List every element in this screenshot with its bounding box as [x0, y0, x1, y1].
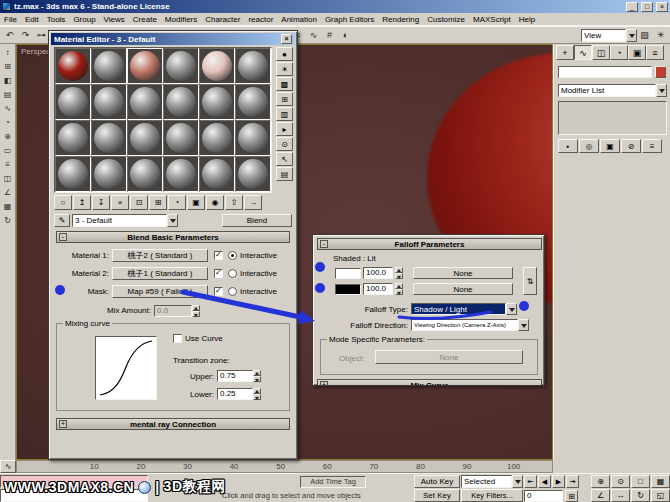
- material-sample-slot[interactable]: [127, 48, 163, 84]
- mental-ray-connection-rollout[interactable]: + mental ray Connection: [56, 418, 290, 430]
- dock-tool-icon[interactable]: ↕: [1, 46, 14, 58]
- select-by-material-icon[interactable]: ↖: [276, 152, 293, 166]
- shaded-map-button[interactable]: None: [413, 267, 513, 279]
- dock-tool-icon[interactable]: ▦: [1, 200, 14, 212]
- lit-amount-field[interactable]: 100.0: [363, 283, 393, 295]
- min-max-toggle-icon[interactable]: ◱: [651, 489, 670, 502]
- upper-field[interactable]: 0.75: [217, 370, 253, 382]
- current-frame-field[interactable]: 0: [524, 490, 563, 502]
- tab-motion[interactable]: ◔: [610, 45, 628, 60]
- schematic-view-icon[interactable]: #: [322, 28, 337, 43]
- sample-type-icon[interactable]: ●: [276, 47, 293, 61]
- effects-channel-icon[interactable]: ◔: [168, 195, 186, 210]
- go-forward-sibling-icon[interactable]: →: [244, 195, 262, 210]
- key-filters-button[interactable]: Key Filters...: [461, 489, 523, 502]
- material-sample-slot[interactable]: [127, 120, 163, 156]
- zoom-icon[interactable]: ⊕: [591, 475, 610, 488]
- minimize-button[interactable]: _: [626, 2, 638, 12]
- assign-to-selection-icon[interactable]: ↧: [92, 195, 110, 210]
- tab-hierarchy[interactable]: ◫: [592, 45, 610, 60]
- remove-modifier-icon[interactable]: ⊘: [621, 139, 641, 153]
- tab-display[interactable]: ▣: [628, 45, 646, 60]
- object-color-swatch[interactable]: [655, 66, 666, 78]
- material1-button[interactable]: 桃子2 ( Standard ): [112, 249, 208, 262]
- material-options-icon[interactable]: ⊙: [276, 137, 293, 151]
- menu-item[interactable]: Character: [201, 15, 244, 24]
- material-sample-slot[interactable]: [199, 156, 235, 192]
- material-map-navigator-icon[interactable]: ▤: [276, 167, 293, 181]
- shaded-color-swatch[interactable]: [335, 268, 361, 279]
- menu-item[interactable]: MAXScript: [469, 15, 515, 24]
- pan-icon[interactable]: ↔: [611, 489, 630, 502]
- dock-tool-icon[interactable]: ▤: [1, 88, 14, 100]
- menu-item[interactable]: Rendering: [378, 15, 423, 24]
- menu-item[interactable]: Animation: [277, 15, 321, 24]
- material-type-button[interactable]: Blend: [222, 214, 292, 227]
- close-icon[interactable]: ×: [281, 34, 292, 44]
- material-sample-slot[interactable]: [127, 84, 163, 120]
- field-of-view-icon[interactable]: ∠: [591, 489, 610, 502]
- object-name-field[interactable]: [558, 66, 652, 78]
- menu-item[interactable]: Graph Editors: [321, 15, 378, 24]
- lower-spinner[interactable]: [253, 388, 261, 400]
- reference-coordinate-dropdown[interactable]: View: [581, 29, 637, 42]
- put-to-scene-icon[interactable]: ↥: [73, 195, 91, 210]
- mask-enable-checkbox[interactable]: [214, 287, 223, 296]
- put-to-library-icon[interactable]: ⊞: [149, 195, 167, 210]
- redo-icon[interactable]: ↷: [18, 28, 33, 43]
- material-sample-slot[interactable]: [235, 84, 271, 120]
- zoom-all-icon[interactable]: ⊙: [611, 475, 630, 488]
- menu-item[interactable]: Create: [129, 15, 161, 24]
- play-animation-icon[interactable]: ▶: [552, 475, 565, 488]
- dock-tool-icon[interactable]: ↻: [1, 214, 14, 226]
- mix-amount-spinner[interactable]: [192, 305, 200, 317]
- backlight-icon[interactable]: ☀: [276, 62, 293, 76]
- material-sample-slot[interactable]: [91, 48, 127, 84]
- background-icon[interactable]: ▩: [276, 77, 293, 91]
- material-sample-slot[interactable]: [91, 156, 127, 192]
- window-titlebar[interactable]: tz.max - 3ds max 6 - Stand-alone License…: [0, 0, 670, 13]
- show-map-in-viewport-icon[interactable]: ▣: [187, 195, 205, 210]
- add-time-tag-button[interactable]: Add Time Tag: [300, 476, 366, 488]
- tab-create[interactable]: +: [556, 45, 574, 60]
- get-material-icon[interactable]: ○: [54, 195, 72, 210]
- dock-tool-icon[interactable]: ◔: [1, 116, 14, 128]
- dock-tool-icon[interactable]: ▭: [1, 144, 14, 156]
- go-to-parent-icon[interactable]: ⇧: [225, 195, 243, 210]
- show-end-result-icon[interactable]: ◉: [206, 195, 224, 210]
- material-sample-slot[interactable]: [55, 120, 91, 156]
- maximize-button[interactable]: □: [641, 2, 653, 12]
- auto-key-button[interactable]: Auto Key: [414, 475, 460, 488]
- material-sample-slot[interactable]: [163, 120, 199, 156]
- menu-item[interactable]: Views: [100, 15, 129, 24]
- falloff-direction-dropdown[interactable]: Viewing Direction (Camera Z-Axis): [411, 319, 529, 331]
- set-key-button[interactable]: Set Key: [414, 489, 460, 502]
- material-editor-titlebar[interactable]: Material Editor - 3 - Default ×: [51, 33, 295, 45]
- material-sample-slot[interactable]: [55, 84, 91, 120]
- pick-material-icon[interactable]: ✎: [54, 214, 70, 227]
- falloff-parameters-rollout[interactable]: - Falloff Parameters: [317, 238, 542, 250]
- material-sample-slot[interactable]: [91, 84, 127, 120]
- menu-item[interactable]: Customize: [423, 15, 469, 24]
- tab-utilities[interactable]: ≡: [646, 45, 664, 60]
- close-button[interactable]: ×: [656, 2, 668, 12]
- dock-tool-icon[interactable]: ∿: [1, 102, 14, 114]
- dock-tool-icon[interactable]: ≡: [1, 158, 14, 170]
- mix-amount-field[interactable]: 0.0: [154, 305, 192, 317]
- menu-item[interactable]: reactor: [244, 15, 277, 24]
- material-sample-slot[interactable]: [199, 120, 235, 156]
- material-sample-slot[interactable]: [235, 156, 271, 192]
- material-sample-slot[interactable]: [163, 48, 199, 84]
- material-sample-slot[interactable]: [235, 48, 271, 84]
- pin-stack-icon[interactable]: ▪: [558, 139, 578, 153]
- tab-modify[interactable]: ∿: [574, 45, 592, 60]
- track-bar[interactable]: 102030405060708090100: [16, 460, 553, 473]
- menu-item[interactable]: Tools: [43, 15, 70, 24]
- undo-icon[interactable]: ↶: [2, 28, 17, 43]
- make-preview-icon[interactable]: ▸: [276, 122, 293, 136]
- material-sample-slot[interactable]: [235, 120, 271, 156]
- lit-amount-spinner[interactable]: [395, 283, 403, 295]
- material1-enable-checkbox[interactable]: [214, 251, 223, 260]
- falloff-type-dropdown[interactable]: Shadow / Light: [411, 303, 517, 315]
- time-configuration-button[interactable]: ⊞: [565, 490, 578, 502]
